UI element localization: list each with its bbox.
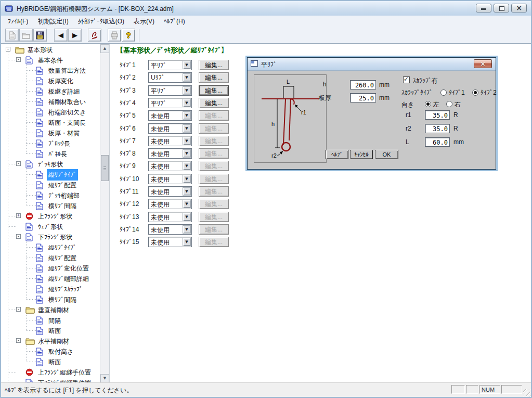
menu-view[interactable]: 表示(V) (129, 16, 159, 27)
r1-input[interactable]: 35.0 (425, 110, 450, 120)
combobox-dropdown-button[interactable]: ▼ (183, 111, 191, 120)
tree-item-label[interactable]: 縦ﾘﾌﾞ端部詳細 (47, 273, 90, 285)
collapse-icon[interactable]: - (16, 57, 21, 62)
title-bar[interactable]: HyBRIDGE/鋼箱桁橋製図システム - [DK-BOX_224.adm] (1, 1, 531, 16)
type-3-combobox[interactable]: 平ﾘﾌﾞ▼ (148, 85, 192, 96)
direction-left-radio[interactable] (425, 101, 431, 107)
pen-tool-button[interactable] (88, 29, 101, 42)
type-10-combobox[interactable]: 未使用▼ (148, 174, 192, 184)
combobox-dropdown-button[interactable]: ▼ (183, 86, 191, 95)
combobox-dropdown-button[interactable]: ▼ (183, 162, 191, 170)
type-3-edit-button[interactable]: 編集... (199, 85, 229, 96)
tree-item-label[interactable]: 水平補剛材 (36, 336, 71, 347)
tree-item-label[interactable]: 板継ぎ詳細 (47, 86, 81, 97)
tree-item-label[interactable]: 板厚変化 (47, 75, 75, 87)
menu-initial-settings[interactable]: 初期設定(I) (33, 16, 73, 27)
type-1-combobox[interactable]: 平ﾘﾌﾞ▼ (148, 60, 192, 70)
combobox-dropdown-button[interactable]: ▼ (183, 238, 191, 246)
tree-item-6[interactable]: 桁端部切欠き (3, 107, 100, 117)
scallop-type2-radio-label[interactable]: ﾀｲﾌﾟ2 (481, 89, 497, 96)
type-2-combobox[interactable]: Uﾘﾌﾞ▼ (148, 72, 192, 83)
scallop-type1-radio-label[interactable]: ﾀｲﾌﾟ1 (449, 89, 465, 96)
tree-item-label[interactable]: 断面 (47, 325, 62, 337)
tree-item-label[interactable]: 縦ﾘﾌﾞﾀｲﾌﾟ (47, 169, 78, 181)
collapse-icon[interactable]: - (16, 234, 21, 239)
tree-item-26[interactable]: 間隔 (3, 315, 100, 325)
type-1-edit-button[interactable]: 編集... (199, 60, 229, 70)
scroll-up-icon[interactable]: ▲ (100, 44, 109, 53)
tree-item-label[interactable]: ﾌﾞﾛｯｸ長 (47, 138, 72, 149)
tree-item-25[interactable]: -垂直補剛材 (3, 304, 100, 315)
type-8-combobox[interactable]: 未使用▼ (148, 148, 192, 159)
dialog-close-button[interactable]: × (474, 59, 492, 68)
tree-item-label[interactable]: 間隔 (47, 315, 62, 326)
tree-item-7[interactable]: 断面・支間長 (3, 117, 100, 127)
combobox-dropdown-button[interactable]: ▼ (183, 187, 191, 196)
tree-item-label[interactable]: 桁端部切欠き (47, 107, 87, 118)
scallop-type1-radio[interactable] (440, 89, 447, 96)
tree-item-13[interactable]: 縦ﾘﾌﾞ配置 (3, 179, 100, 190)
tree-item-8[interactable]: 板厚・材質 (3, 127, 100, 138)
tree-item-4[interactable]: 板継ぎ詳細 (3, 86, 100, 96)
tree-item-label[interactable]: 取付高さ (47, 346, 75, 357)
tree-item-label[interactable]: 縦ﾘﾌﾞ配置 (47, 179, 78, 191)
dialog-title-bar[interactable]: 平ﾘﾌﾞ × (248, 58, 496, 71)
panel-splitter[interactable] (109, 44, 110, 383)
tree-item-12[interactable]: 縦ﾘﾌﾞﾀｲﾌﾟ (3, 169, 100, 179)
scrollbar-thumb[interactable] (101, 155, 109, 181)
close-button[interactable] (511, 4, 527, 12)
combobox-dropdown-button[interactable]: ▼ (183, 99, 191, 107)
tree-item-19[interactable]: 縦ﾘﾌﾞﾀｲﾌﾟ (3, 242, 100, 252)
tree-item-28[interactable]: -水平補剛材 (3, 336, 100, 346)
tree-item-9[interactable]: ﾌﾞﾛｯｸ長 (3, 138, 100, 148)
tree-item-label[interactable]: 断面・支間長 (47, 117, 87, 129)
tree-scrollbar[interactable]: ▲ ▼ (100, 44, 109, 383)
type-2-edit-button[interactable]: 編集... (199, 72, 229, 83)
help-button[interactable]: ? (122, 29, 135, 42)
tree-item-label[interactable]: 数量算出方法 (47, 65, 87, 76)
tree-item-17[interactable]: ｳｪﾌﾞ形状 (3, 221, 100, 232)
tree-item-label[interactable]: 垂直補剛材 (36, 304, 71, 316)
tree-item-18[interactable]: -下ﾌﾗﾝｼﾞ形状 (3, 232, 100, 242)
tree-item-31[interactable]: 上ﾌﾗﾝｼﾞ縦継手位置 (3, 367, 100, 377)
tree-item-label[interactable]: ｳｪﾌﾞ形状 (36, 221, 64, 233)
type-6-combobox[interactable]: 未使用▼ (148, 123, 192, 134)
tree-item-label[interactable]: 板厚・材質 (47, 127, 81, 139)
tree-item-label[interactable]: 縦ﾘﾌﾞﾀｲﾌﾟ (47, 242, 78, 253)
dialog-ok-button[interactable]: OK (375, 150, 398, 159)
tree-item-label[interactable]: 縦ﾘﾌﾞ配置 (47, 252, 78, 264)
tree-item-label[interactable]: 補剛材取合い (47, 96, 87, 108)
type-11-combobox[interactable]: 未使用▼ (148, 186, 192, 197)
tree-item-16[interactable]: +上ﾌﾗﾝｼﾞ形状 (3, 211, 100, 221)
tree-item-label[interactable]: 下ﾌﾗﾝｼﾞ形状 (36, 232, 74, 243)
tree-item-label[interactable]: 基本条件 (36, 55, 64, 66)
dialog-help-button[interactable]: ﾍﾙﾌﾟ (326, 150, 348, 159)
tree-item-label[interactable]: 縦ﾘﾌﾞｽｶﾗｯﾌﾟ (47, 284, 84, 295)
combobox-dropdown-button[interactable]: ▼ (183, 137, 191, 145)
tree-item-3[interactable]: 板厚変化 (3, 75, 100, 86)
minimize-button[interactable] (476, 4, 491, 12)
tree-item-29[interactable]: 取付高さ (3, 346, 100, 356)
type-4-edit-button[interactable]: 編集... (199, 98, 229, 108)
resize-grip-icon[interactable] (523, 389, 530, 396)
combobox-dropdown-button[interactable]: ▼ (183, 213, 191, 221)
L-input[interactable]: 60.0 (425, 137, 450, 147)
type-4-combobox[interactable]: 平ﾘﾌﾞ▼ (148, 98, 192, 108)
tree-item-label[interactable]: 断面 (47, 356, 62, 368)
tree-item-15[interactable]: 横ﾘﾌﾞ間隔 (3, 200, 100, 211)
direction-left-radio-label[interactable]: 左 (433, 100, 439, 109)
tree-item-11[interactable]: -ﾃﾞｯｷ形状 (3, 159, 100, 169)
tree-item-27[interactable]: 断面 (3, 325, 100, 336)
scallop-type2-radio[interactable] (472, 89, 478, 96)
type-5-combobox[interactable]: 未使用▼ (148, 110, 192, 121)
type-15-combobox[interactable]: 未使用▼ (148, 237, 192, 247)
tree-item-30[interactable]: 断面 (3, 356, 100, 367)
tree-item-2[interactable]: 数量算出方法 (3, 65, 100, 75)
plate-thickness-input[interactable]: 25.0 (350, 93, 376, 102)
combobox-dropdown-button[interactable]: ▼ (183, 73, 191, 82)
tree-item-21[interactable]: 縦ﾘﾌﾞ変化位置 (3, 263, 100, 273)
tree-item-14[interactable]: ﾃﾞｯｷ桁端部 (3, 190, 100, 200)
restore-button[interactable] (494, 4, 509, 12)
combobox-dropdown-button[interactable]: ▼ (183, 175, 191, 183)
collapse-icon[interactable]: - (16, 161, 21, 166)
